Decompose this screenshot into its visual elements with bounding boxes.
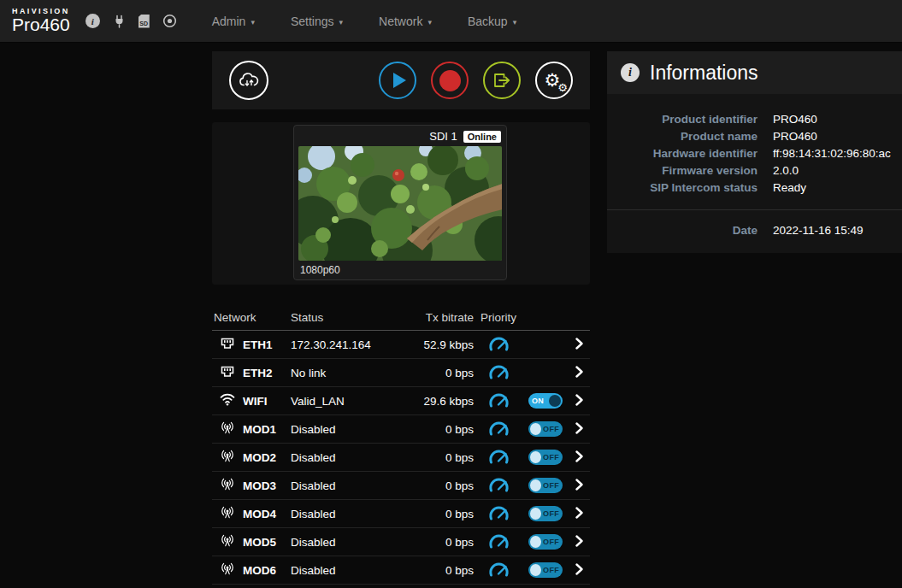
- record-button[interactable]: [431, 62, 469, 99]
- nav-menus: Admin▾ Settings▾ Network▾ Backup▾: [194, 0, 534, 43]
- network-row-mod2[interactable]: MOD2 Disabled 0 bps OFF: [212, 444, 590, 472]
- priority-toggle[interactable]: OFF: [528, 534, 563, 550]
- antenna-icon: [221, 506, 234, 521]
- priority-gauge-icon[interactable]: [487, 477, 510, 495]
- interface-label: MOD1: [243, 423, 291, 436]
- priority-gauge-icon[interactable]: [487, 364, 510, 382]
- record-icon: [439, 70, 461, 91]
- network-row-eth1[interactable]: ETH1 172.30.241.164 52.9 kbps: [212, 331, 590, 359]
- chevron-right-icon[interactable]: [575, 422, 583, 437]
- export-button[interactable]: [483, 62, 521, 99]
- brand-logo[interactable]: HAIVISION Pro460: [0, 7, 80, 34]
- network-row-wifi[interactable]: WIFI Valid_LAN 29.6 kbps ON: [212, 387, 590, 415]
- chevron-right-icon[interactable]: [575, 479, 583, 493]
- priority-toggle[interactable]: OFF: [528, 450, 563, 465]
- interface-status: Disabled: [291, 479, 407, 492]
- informations-panel: Product identifier PRO460 Product name P…: [607, 94, 902, 253]
- priority-toggle[interactable]: OFF: [528, 562, 563, 578]
- priority-gauge-icon[interactable]: [487, 505, 510, 523]
- priority-toggle[interactable]: OFF: [528, 478, 563, 493]
- sdi1-preview-card[interactable]: SDI 1 Online 1080p60: [293, 125, 507, 280]
- date-label: Date: [607, 222, 758, 239]
- input-preview-panel: SDI 1 Online 1080p60: [212, 122, 590, 285]
- interface-label: ETH2: [243, 367, 291, 379]
- priority-gauge-icon[interactable]: [487, 533, 510, 551]
- chevron-right-icon[interactable]: [575, 394, 583, 409]
- field-label: SIP Intercom status: [607, 179, 758, 197]
- priority-gauge-icon[interactable]: [487, 420, 510, 438]
- disc-record-icon[interactable]: [162, 14, 177, 28]
- antenna-icon: [221, 421, 234, 437]
- field-label: Firmware version: [607, 162, 758, 179]
- video-thumbnail: [298, 146, 502, 261]
- interface-bitrate: 0 bps: [407, 479, 474, 492]
- toggle-label: OFF: [541, 509, 561, 518]
- priority-gauge-icon[interactable]: [487, 336, 510, 354]
- field-value: ff:98:14:31:02:96:80:ac: [773, 145, 891, 162]
- nav-menu-backup[interactable]: Backup▾: [450, 0, 534, 43]
- interface-bitrate: 0 bps: [407, 423, 474, 436]
- priority-toggle[interactable]: ON: [528, 393, 563, 409]
- main-column: ⚙ ⚙ SDI 1 Online: [212, 51, 590, 585]
- network-row-mod1[interactable]: MOD1 Disabled 0 bps OFF: [212, 415, 590, 444]
- priority-gauge-icon[interactable]: [487, 562, 510, 579]
- sd-card-icon[interactable]: SD: [139, 15, 150, 28]
- col-header-network: Network: [212, 311, 291, 324]
- chevron-right-icon[interactable]: [575, 507, 583, 521]
- date-value: 2022-11-16 15:49: [773, 222, 864, 239]
- col-header-status: Status: [291, 311, 407, 324]
- interface-status: Disabled: [291, 423, 407, 436]
- antenna-icon: [221, 450, 234, 465]
- ethernet-icon: [221, 366, 234, 380]
- interface-bitrate: 0 bps: [407, 564, 474, 577]
- info-fields: Product identifier PRO460 Product name P…: [607, 111, 902, 197]
- chevron-right-icon[interactable]: [575, 366, 583, 380]
- network-row-mod4[interactable]: MOD4 Disabled 0 bps OFF: [212, 500, 590, 528]
- toggle-label: OFF: [541, 453, 561, 462]
- toggle-label: OFF: [541, 481, 561, 490]
- divider: [607, 209, 902, 210]
- product-model: Pro460: [12, 15, 70, 34]
- interface-label: MOD2: [243, 451, 291, 464]
- chevron-right-icon[interactable]: [575, 563, 583, 578]
- cloud-sync-button[interactable]: [229, 61, 268, 100]
- chevron-right-icon[interactable]: [575, 338, 583, 352]
- network-row-eth2[interactable]: ETH2 No link 0 bps: [212, 359, 590, 387]
- settings-button[interactable]: ⚙ ⚙: [535, 62, 573, 99]
- network-row-mod6[interactable]: MOD6 Disabled 0 bps OFF: [212, 556, 590, 585]
- toggle-knob: [530, 564, 541, 576]
- info-icon[interactable]: i: [85, 14, 100, 28]
- field-value: PRO460: [773, 111, 817, 128]
- power-plug-icon[interactable]: [113, 15, 126, 28]
- priority-gauge-icon[interactable]: [487, 449, 510, 467]
- antenna-icon: [221, 562, 234, 578]
- toggle-knob: [530, 508, 541, 520]
- network-row-mod3[interactable]: MOD3 Disabled 0 bps OFF: [212, 472, 590, 500]
- toggle-label: ON: [530, 397, 545, 405]
- network-table-header: Network Status Tx bitrate Priority: [212, 305, 590, 331]
- nav-menu-admin[interactable]: Admin▾: [194, 0, 273, 43]
- interface-status: Valid_LAN: [291, 395, 407, 408]
- caret-down-icon: ▾: [427, 16, 432, 26]
- field-label: Product name: [607, 128, 758, 145]
- toggle-label: OFF: [541, 538, 561, 546]
- interface-label: MOD3: [243, 479, 291, 492]
- priority-toggle[interactable]: OFF: [528, 421, 563, 437]
- caret-down-icon: ▾: [339, 16, 344, 26]
- chevron-right-icon[interactable]: [575, 450, 583, 465]
- nav-status-icons: i SD: [85, 14, 177, 28]
- chevron-right-icon[interactable]: [575, 535, 583, 550]
- network-row-mod5[interactable]: MOD5 Disabled 0 bps OFF: [212, 528, 590, 556]
- play-button[interactable]: [379, 62, 416, 99]
- priority-gauge-icon[interactable]: [487, 392, 510, 410]
- nav-menu-settings[interactable]: Settings▾: [273, 0, 361, 43]
- toggle-label: OFF: [541, 425, 561, 433]
- network-table-body: ETH1 172.30.241.164 52.9 kbps ETH2 No li…: [212, 331, 590, 585]
- priority-toggle[interactable]: OFF: [528, 506, 563, 521]
- control-toolbar: ⚙ ⚙: [212, 51, 590, 109]
- transport-buttons: ⚙ ⚙: [379, 62, 573, 99]
- nav-menu-network[interactable]: Network▾: [361, 0, 450, 43]
- field-label: Hardware identifier: [607, 145, 758, 162]
- interface-status: 172.30.241.164: [291, 338, 407, 351]
- cloud-arrows-icon: [238, 73, 261, 89]
